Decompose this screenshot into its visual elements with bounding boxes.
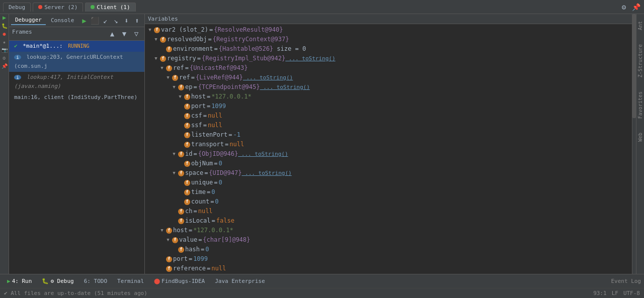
tab-debug[interactable]: Debug bbox=[3, 3, 31, 12]
expand-islocal[interactable] bbox=[171, 218, 177, 224]
expand-resolvedobj[interactable] bbox=[153, 37, 159, 43]
expand-transport[interactable] bbox=[177, 142, 183, 148]
expand-ep[interactable] bbox=[171, 84, 177, 90]
tree-node-space[interactable]: f space = {UID@947} ... toString() bbox=[145, 168, 632, 178]
frame-item-0[interactable]: ✔ *main*@1...: RUNNING bbox=[9, 41, 144, 52]
server-status-dot bbox=[38, 5, 42, 9]
tab-console[interactable]: Console bbox=[47, 16, 78, 25]
tree-node-host-outer[interactable]: f host = *127.0.0.1* bbox=[145, 226, 632, 235]
tree-node-time[interactable]: f time = 0 bbox=[145, 187, 632, 197]
gear-icon[interactable]: ⚙ bbox=[1, 54, 8, 61]
tree-node-port-outer[interactable]: f port = 1099 bbox=[145, 254, 632, 264]
right-tab-structure[interactable]: Z-Structure bbox=[636, 42, 644, 79]
settings-icon[interactable]: ⚙ bbox=[619, 2, 629, 12]
tab-server[interactable]: Server (2) bbox=[33, 3, 83, 12]
tree-node-ref-unicastref[interactable]: f ref = {UnicastRef@943} bbox=[145, 63, 632, 73]
right-tab-web[interactable]: Web bbox=[636, 131, 644, 144]
tree-node-hash[interactable]: f hash = 0 bbox=[145, 245, 632, 254]
bottom-tab-debug[interactable]: 🐛 ⚙ Debug bbox=[38, 277, 77, 285]
step-out-btn[interactable]: ⬇ bbox=[121, 16, 131, 26]
tree-node-unique[interactable]: f unique = 0 bbox=[145, 178, 632, 187]
expand-registry[interactable] bbox=[153, 56, 159, 62]
step-over-btn[interactable]: ↙ bbox=[100, 16, 110, 26]
expand-host-outer[interactable] bbox=[159, 228, 165, 234]
field-icon-host-outer: f bbox=[166, 228, 172, 234]
step-into-btn[interactable]: ↘ bbox=[111, 16, 121, 26]
expand-ssf[interactable] bbox=[177, 123, 183, 129]
bottom-tab-javaenterprise[interactable]: Java Enterprise bbox=[211, 277, 269, 285]
cursor-position[interactable]: 93:1 bbox=[593, 290, 607, 296]
expand-port-inner[interactable] bbox=[177, 104, 183, 110]
expand-var2[interactable] bbox=[147, 27, 153, 33]
expand-ch[interactable] bbox=[171, 209, 177, 215]
expand-unique[interactable] bbox=[177, 180, 183, 186]
expand-objnum[interactable] bbox=[177, 161, 183, 167]
bottom-tab-findbugs[interactable]: ⬤ FindBugs-IDEA bbox=[150, 277, 209, 285]
tree-node-ch[interactable]: f ch = null bbox=[145, 207, 632, 216]
tab-client[interactable]: Client (1) bbox=[85, 3, 135, 12]
tree-node-reference[interactable]: f reference = null bbox=[145, 264, 632, 273]
pin-icon[interactable]: 📌 bbox=[631, 2, 641, 12]
frame-item-3[interactable]: main:16, client (IndiStudy.PartThree) bbox=[9, 92, 144, 103]
debug-icon[interactable]: 🐛 bbox=[1, 22, 8, 29]
tree-node-ref-liveref[interactable]: f ref = {LiveRef@944} ... toString() bbox=[145, 73, 632, 82]
expand-id[interactable] bbox=[171, 151, 177, 157]
tree-node-registry[interactable]: f registry = {RegistryImpl_Stub@942} ...… bbox=[145, 54, 632, 63]
expand-ref-unicastref[interactable] bbox=[159, 65, 165, 71]
right-tab-ant[interactable]: Ant bbox=[636, 19, 644, 32]
tree-node-csf[interactable]: f csf = null bbox=[145, 111, 632, 121]
expand-hash[interactable] bbox=[171, 247, 177, 253]
tree-node-transport[interactable]: f transport = null bbox=[145, 140, 632, 149]
bookmark-icon[interactable]: ★ bbox=[1, 38, 8, 45]
bottom-tab-terminal[interactable]: Terminal bbox=[113, 277, 148, 285]
field-icon-resolvedobj: f bbox=[160, 37, 166, 43]
tree-node-environment[interactable]: f environment = {Hashtable@526} size = 0 bbox=[145, 44, 632, 54]
variables-content[interactable]: f var2 (slot_2) = {ResolveResult@940} f … bbox=[145, 24, 632, 274]
variables-scrollbar[interactable] bbox=[632, 14, 636, 274]
tree-node-port-inner[interactable]: f port = 1099 bbox=[145, 102, 632, 111]
expand-listenport[interactable] bbox=[177, 132, 183, 138]
run-cursor-btn[interactable]: ⬆ bbox=[132, 16, 142, 26]
pin-icon[interactable]: 📌 bbox=[1, 62, 8, 69]
expand-reference[interactable] bbox=[159, 266, 165, 272]
tree-node-var2[interactable]: f var2 (slot_2) = {ResolveResult@940} bbox=[145, 25, 632, 35]
encoding[interactable]: UTF-8 bbox=[623, 290, 640, 296]
frame-item-2[interactable]: i lookup:417, InitialContext (javax.nami… bbox=[9, 72, 144, 92]
camera-icon[interactable]: 📷 bbox=[1, 46, 8, 53]
expand-port-outer[interactable] bbox=[159, 256, 165, 262]
line-ending[interactable]: LF bbox=[612, 290, 618, 296]
tree-node-resolvedobj[interactable]: f resolvedObj = {RegistryContext@937} bbox=[145, 35, 632, 44]
run-icon[interactable]: ▶ bbox=[1, 14, 8, 21]
bottom-tab-run[interactable]: ▶ 4: Run bbox=[3, 277, 36, 285]
expand-time[interactable] bbox=[177, 189, 183, 195]
stop-btn[interactable]: ⬛ bbox=[90, 16, 100, 26]
tree-node-value[interactable]: f value = {char[9]@948} bbox=[145, 235, 632, 245]
frame-1-icon: i bbox=[14, 55, 21, 60]
expand-host-inner[interactable] bbox=[177, 94, 183, 100]
breakpoint-icon[interactable]: ● bbox=[1, 30, 8, 37]
tree-node-count[interactable]: f count = 0 bbox=[145, 197, 632, 207]
frames-filter-btn[interactable]: ▽ bbox=[131, 29, 141, 39]
tab-debugger[interactable]: Debugger bbox=[11, 16, 46, 25]
expand-space[interactable] bbox=[171, 170, 177, 176]
scrollbar-thumb[interactable] bbox=[632, 14, 636, 118]
tree-node-ssf[interactable]: f ssf = null bbox=[145, 121, 632, 130]
bottom-tab-todo[interactable]: 6: TODO bbox=[80, 277, 111, 285]
expand-csf[interactable] bbox=[177, 113, 183, 119]
tree-node-host-inner[interactable]: f host = *127.0.0.1* bbox=[145, 92, 632, 102]
tree-node-id[interactable]: f id = {ObjID@946} ... toString() bbox=[145, 149, 632, 159]
right-tab-favorites[interactable]: Favorites bbox=[636, 89, 644, 121]
expand-ref-liveref[interactable] bbox=[165, 75, 171, 81]
frame-item-1[interactable]: i lookup:203, GenericURLContext (com.sun… bbox=[9, 52, 144, 72]
tree-node-listenport[interactable]: f listenPort = -1 bbox=[145, 130, 632, 140]
frames-down-btn[interactable]: ▼ bbox=[119, 29, 129, 39]
tree-node-islocal[interactable]: f isLocal = false bbox=[145, 216, 632, 226]
expand-environment[interactable] bbox=[159, 46, 165, 52]
expand-count[interactable] bbox=[177, 199, 183, 205]
tree-node-ep[interactable]: f ep = {TCPEndpoint@945} ... toString() bbox=[145, 82, 632, 92]
frames-up-btn[interactable]: ▲ bbox=[107, 29, 117, 39]
resume-btn[interactable]: ▶ bbox=[79, 16, 89, 26]
expand-value[interactable] bbox=[165, 237, 171, 243]
tree-node-objnum[interactable]: f objNum = 0 bbox=[145, 159, 632, 168]
event-log-label[interactable]: Event Log bbox=[611, 278, 641, 284]
